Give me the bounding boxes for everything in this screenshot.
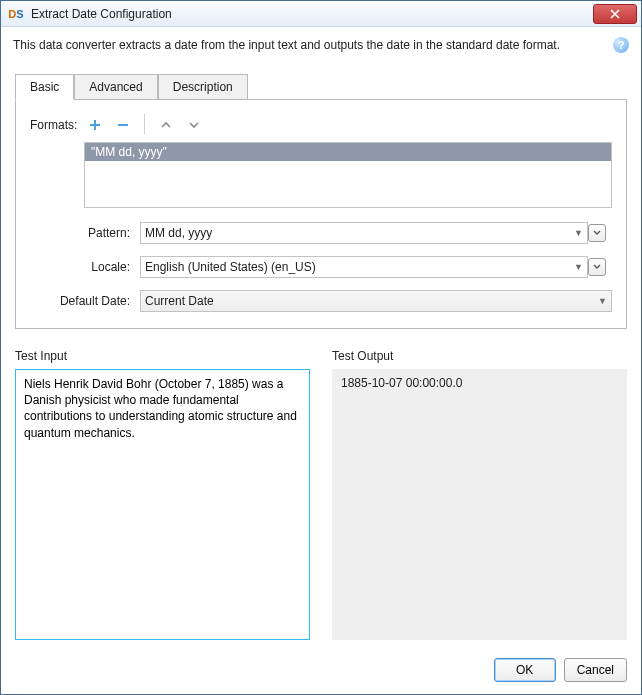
pattern-options-button[interactable] (588, 224, 606, 242)
chevron-down-icon (188, 119, 200, 131)
tab-label: Advanced (89, 80, 142, 94)
formats-row: Formats: (30, 114, 612, 136)
minus-icon (117, 119, 129, 131)
pattern-combo[interactable]: MM dd, yyyy ▼ (140, 222, 588, 244)
tab-body-basic: Formats: (15, 99, 627, 329)
tab-advanced[interactable]: Advanced (74, 74, 157, 100)
ok-button-label: OK (516, 663, 533, 677)
ok-button[interactable]: OK (494, 658, 556, 682)
help-button[interactable]: ? (613, 37, 629, 53)
dialog-window: DS Extract Date Configuration This data … (0, 0, 642, 695)
test-output-panel: Test Output 1885-10-07 00:00:00.0 (332, 349, 627, 640)
description-text: This data converter extracts a date from… (13, 38, 613, 52)
config-form: Pattern: MM dd, yyyy ▼ Locale: English (… (30, 222, 612, 312)
tab-label: Basic (30, 80, 59, 94)
app-icon-s: S (16, 8, 23, 20)
test-input-label: Test Input (15, 349, 310, 363)
toolbar-separator (144, 114, 145, 134)
test-input-panel: Test Input (15, 349, 310, 640)
app-icon: DS (7, 6, 25, 22)
dialog-button-row: OK Cancel (1, 650, 641, 694)
tab-basic[interactable]: Basic (15, 74, 74, 100)
chevron-down-icon: ▼ (574, 262, 583, 272)
chevron-down-icon: ▼ (574, 228, 583, 238)
test-output-box: 1885-10-07 00:00:00.0 (332, 369, 627, 640)
tab-description[interactable]: Description (158, 74, 248, 100)
window-title: Extract Date Configuration (31, 7, 593, 21)
move-up-button[interactable] (155, 114, 177, 136)
close-button[interactable] (593, 4, 637, 24)
formats-list[interactable]: "MM dd, yyyy" (84, 142, 612, 208)
test-row: Test Input Test Output 1885-10-07 00:00:… (15, 349, 627, 640)
locale-combo[interactable]: English (United States) (en_US) ▼ (140, 256, 588, 278)
default-date-label: Default Date: (30, 294, 140, 308)
formats-label: Formats: (30, 114, 84, 132)
tab-label: Description (173, 80, 233, 94)
chevron-down-icon: ▼ (598, 296, 607, 306)
add-format-button[interactable] (84, 114, 106, 136)
chevron-down-icon (593, 263, 601, 271)
formats-toolbar (84, 114, 205, 136)
default-date-value: Current Date (145, 294, 598, 308)
pattern-label: Pattern: (30, 226, 140, 240)
test-output-value: 1885-10-07 00:00:00.0 (341, 376, 462, 390)
chevron-down-icon (593, 229, 601, 237)
pattern-value: MM dd, yyyy (145, 226, 574, 240)
main-area: Basic Advanced Description Formats: (1, 67, 641, 650)
locale-options-button[interactable] (588, 258, 606, 276)
locale-value: English (United States) (en_US) (145, 260, 574, 274)
cancel-button[interactable]: Cancel (564, 658, 627, 682)
list-item-text: "MM dd, yyyy" (91, 145, 167, 159)
remove-format-button[interactable] (112, 114, 134, 136)
default-date-combo[interactable]: Current Date ▼ (140, 290, 612, 312)
list-item[interactable]: "MM dd, yyyy" (85, 143, 611, 161)
cancel-button-label: Cancel (577, 663, 614, 677)
chevron-up-icon (160, 119, 172, 131)
help-icon: ? (618, 39, 625, 51)
description-row: This data converter extracts a date from… (1, 27, 641, 67)
close-icon (610, 9, 620, 19)
tab-strip: Basic Advanced Description (15, 73, 627, 99)
titlebar: DS Extract Date Configuration (1, 1, 641, 27)
plus-icon (89, 119, 101, 131)
test-output-label: Test Output (332, 349, 627, 363)
locale-label: Locale: (30, 260, 140, 274)
test-input-textarea[interactable] (15, 369, 310, 640)
app-icon-d: D (8, 8, 16, 20)
move-down-button[interactable] (183, 114, 205, 136)
